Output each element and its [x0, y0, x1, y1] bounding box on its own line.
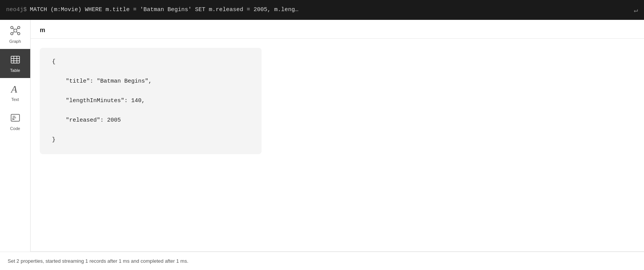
status-bar: Set 2 properties, started streaming 1 re… — [0, 252, 644, 270]
command-bar: neo4j$ MATCH (m:Movie) WHERE m.title = '… — [0, 0, 644, 20]
svg-line-6 — [16, 28, 18, 30]
sidebar-item-graph[interactable]: Graph — [0, 20, 30, 49]
sidebar-item-text-label: Text — [11, 97, 19, 102]
svg-text:>_: >_ — [12, 117, 17, 122]
code-icon: >_ — [10, 112, 21, 125]
result-header: m — [31, 20, 644, 39]
result-body: { "title": "Batman Begins", "lengthInMin… — [31, 39, 644, 251]
json-content: { "title": "Batman Begins", "lengthInMin… — [52, 57, 249, 145]
graph-icon — [10, 25, 21, 37]
svg-point-3 — [11, 33, 13, 35]
json-card: { "title": "Batman Begins", "lengthInMin… — [40, 48, 262, 154]
content-area: m { "title": "Batman Begins", "lengthInM… — [31, 20, 644, 252]
svg-text:A: A — [10, 84, 17, 94]
svg-point-2 — [18, 26, 20, 29]
svg-line-8 — [16, 32, 18, 33]
sidebar-item-table[interactable]: Table — [0, 49, 30, 78]
command-text: MATCH (m:Movie) WHERE m.title = 'Batman … — [30, 7, 631, 13]
sidebar: Graph Table A Text — [0, 20, 31, 252]
svg-rect-9 — [11, 56, 20, 63]
main-area: Graph Table A Text — [0, 20, 644, 252]
text-icon: A — [10, 83, 20, 96]
command-prompt: neo4j$ — [6, 7, 27, 13]
svg-line-7 — [13, 32, 14, 33]
svg-line-5 — [13, 28, 14, 30]
sidebar-item-table-label: Table — [10, 68, 20, 73]
status-message: Set 2 properties, started streaming 1 re… — [8, 258, 189, 264]
sidebar-item-code-label: Code — [10, 126, 20, 131]
svg-point-4 — [18, 33, 20, 35]
run-icon[interactable]: ↵ — [634, 6, 638, 14]
table-icon — [10, 54, 21, 67]
sidebar-item-text[interactable]: A Text — [0, 78, 30, 107]
sidebar-item-graph-label: Graph — [9, 39, 21, 44]
svg-point-1 — [11, 26, 13, 29]
sidebar-item-code[interactable]: >_ Code — [0, 107, 30, 136]
